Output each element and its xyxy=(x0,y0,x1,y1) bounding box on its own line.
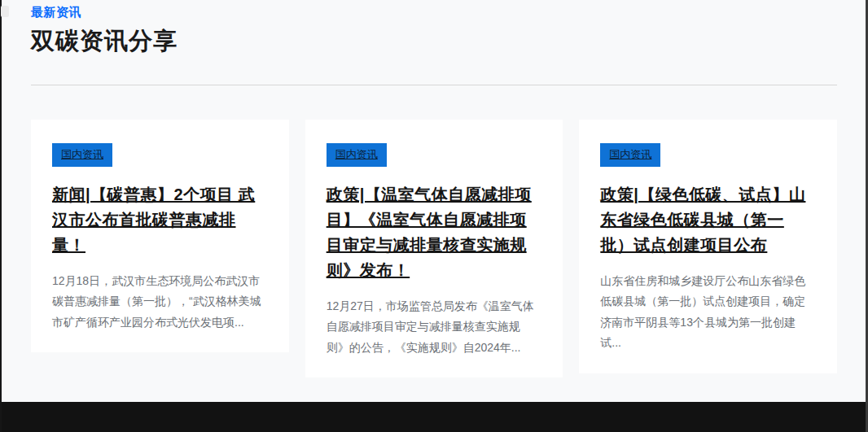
article-title: 政策|【绿色低碳、试点】山东省绿色低碳县城（第一批）试点创建项目公布 xyxy=(600,182,816,258)
section-eyebrow: 最新资讯 xyxy=(31,5,837,20)
article-excerpt: 12月27日，市场监管总局发布《温室气体自愿减排项目审定与减排量核查实施规则》的… xyxy=(327,296,542,358)
article-excerpt: 山东省住房和城乡建设厅公布山东省绿色低碳县城（第一批）试点创建项目，确定济南市平… xyxy=(600,271,816,354)
news-card-list: 国内资讯 新闻|【碳普惠】2个项目 武汉市公布首批碳普惠减排量！ 12月18日，… xyxy=(31,120,837,377)
news-card: 国内资讯 新闻|【碳普惠】2个项目 武汉市公布首批碳普惠减排量！ 12月18日，… xyxy=(31,120,289,352)
section-divider xyxy=(31,85,837,85)
footer-bar xyxy=(0,402,868,432)
article-title-link[interactable]: 政策|【绿色低碳、试点】山东省绿色低碳县城（第一批）试点创建项目公布 xyxy=(600,185,805,254)
news-card: 国内资讯 政策|【温室气体自愿减排项目】《温室气体自愿减排项目审定与减排量核查实… xyxy=(305,120,563,377)
article-excerpt: 12月18日，武汉市生态环境局公布武汉市碳普惠减排量（第一批），“武汉格林美城市… xyxy=(52,271,268,333)
category-badge-link[interactable]: 国内资讯 xyxy=(600,143,660,167)
article-title: 新闻|【碳普惠】2个项目 武汉市公布首批碳普惠减排量！ xyxy=(52,182,268,258)
article-title-link[interactable]: 新闻|【碳普惠】2个项目 武汉市公布首批碳普惠减排量！ xyxy=(52,185,255,254)
news-card: 国内资讯 政策|【绿色低碳、试点】山东省绿色低碳县城（第一批）试点创建项目公布 … xyxy=(579,120,837,373)
left-scrollbar-artifact xyxy=(1,6,9,17)
article-title: 政策|【温室气体自愿减排项目】《温室气体自愿减排项目审定与减排量核查实施规则》发… xyxy=(327,182,542,283)
window-left-edge xyxy=(0,0,2,432)
article-title-link[interactable]: 政策|【温室气体自愿减排项目】《温室气体自愿减排项目审定与减排量核查实施规则》发… xyxy=(327,185,532,279)
news-section: 最新资讯 双碳资讯分享 国内资讯 新闻|【碳普惠】2个项目 武汉市公布首批碳普惠… xyxy=(31,0,837,377)
section-title: 双碳资讯分享 xyxy=(31,25,837,58)
category-badge-link[interactable]: 国内资讯 xyxy=(327,143,387,167)
category-badge-link[interactable]: 国内资讯 xyxy=(52,143,112,167)
